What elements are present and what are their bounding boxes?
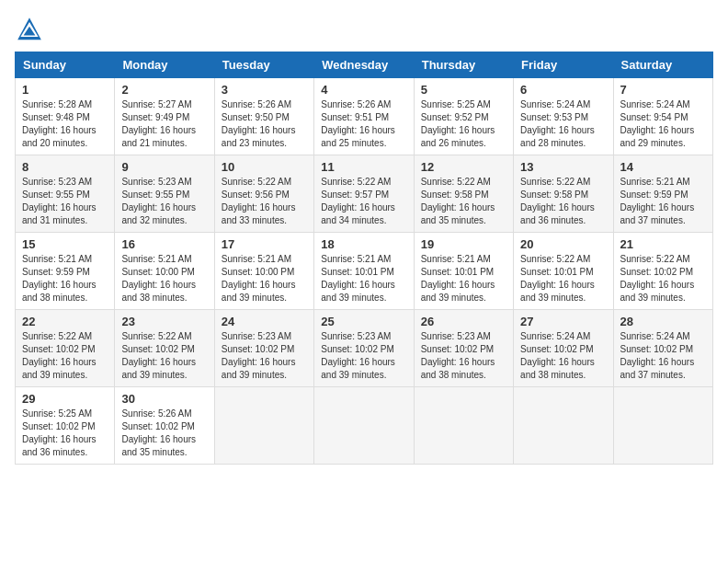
day-number: 1 [22,83,108,97]
day-info: Sunrise: 5:22 AMSunset: 10:02 PMDaylight… [22,330,108,382]
day-info: Sunrise: 5:24 AMSunset: 10:02 PMDaylight… [620,330,706,382]
header-friday: Friday [514,52,613,78]
day-info: Sunrise: 5:23 AMSunset: 10:02 PMDaylight… [321,330,406,382]
calendar-day-28: 28Sunrise: 5:24 AMSunset: 10:02 PMDaylig… [613,310,712,387]
calendar-day-27: 27Sunrise: 5:24 AMSunset: 10:02 PMDaylig… [514,310,613,387]
day-number: 13 [520,160,606,174]
calendar-body: 1Sunrise: 5:28 AMSunset: 9:48 PMDaylight… [16,78,713,465]
logo [15,15,48,44]
calendar-empty [514,387,613,465]
calendar-day-25: 25Sunrise: 5:23 AMSunset: 10:02 PMDaylig… [314,310,414,387]
day-number: 16 [121,237,207,251]
day-number: 18 [321,237,406,251]
calendar-day-20: 20Sunrise: 5:22 AMSunset: 10:01 PMDaylig… [514,233,613,310]
calendar-day-7: 7Sunrise: 5:24 AMSunset: 9:54 PMDaylight… [613,78,712,155]
header-thursday: Thursday [414,52,513,78]
day-number: 2 [121,83,207,97]
day-number: 22 [22,315,108,328]
day-info: Sunrise: 5:22 AMSunset: 9:58 PMDaylight:… [520,176,606,227]
calendar-day-3: 3Sunrise: 5:26 AMSunset: 9:50 PMDaylight… [214,78,313,155]
day-info: Sunrise: 5:26 AMSunset: 9:51 PMDaylight:… [321,98,406,150]
day-info: Sunrise: 5:22 AMSunset: 9:58 PMDaylight:… [421,176,506,227]
day-info: Sunrise: 5:22 AMSunset: 10:02 PMDaylight… [121,330,207,382]
day-number: 11 [321,160,406,174]
day-info: Sunrise: 5:26 AMSunset: 10:02 PMDaylight… [121,408,207,459]
day-number: 23 [121,315,207,328]
calendar-day-14: 14Sunrise: 5:21 AMSunset: 9:59 PMDayligh… [613,155,712,233]
calendar-week-4: 22Sunrise: 5:22 AMSunset: 10:02 PMDaylig… [16,310,713,387]
day-number: 7 [620,83,706,97]
calendar-week-1: 1Sunrise: 5:28 AMSunset: 9:48 PMDaylight… [16,78,713,155]
calendar-week-5: 29Sunrise: 5:25 AMSunset: 10:02 PMDaylig… [16,387,713,465]
calendar-empty [613,387,712,465]
calendar-day-21: 21Sunrise: 5:22 AMSunset: 10:02 PMDaylig… [613,233,712,310]
header-monday: Monday [115,52,214,78]
header-wednesday: Wednesday [314,52,414,78]
day-number: 14 [620,160,706,174]
day-number: 26 [421,315,506,328]
calendar-day-5: 5Sunrise: 5:25 AMSunset: 9:52 PMDaylight… [414,78,513,155]
day-number: 29 [22,392,108,406]
day-info: Sunrise: 5:25 AMSunset: 9:52 PMDaylight:… [421,98,506,150]
calendar-day-9: 9Sunrise: 5:23 AMSunset: 9:55 PMDaylight… [115,155,214,233]
calendar-day-22: 22Sunrise: 5:22 AMSunset: 10:02 PMDaylig… [16,310,115,387]
calendar-day-16: 16Sunrise: 5:21 AMSunset: 10:00 PMDaylig… [115,233,214,310]
day-number: 20 [520,237,606,251]
calendar-empty [314,387,414,465]
calendar-day-6: 6Sunrise: 5:24 AMSunset: 9:53 PMDaylight… [514,78,613,155]
day-info: Sunrise: 5:28 AMSunset: 9:48 PMDaylight:… [22,98,108,150]
calendar-day-10: 10Sunrise: 5:22 AMSunset: 9:56 PMDayligh… [214,155,313,233]
day-info: Sunrise: 5:25 AMSunset: 10:02 PMDaylight… [22,408,108,459]
day-number: 3 [222,83,307,97]
day-number: 21 [620,237,706,251]
calendar-header: SundayMondayTuesdayWednesdayThursdayFrid… [16,52,713,78]
day-number: 8 [22,160,108,174]
day-number: 12 [421,160,506,174]
day-number: 25 [321,315,406,328]
calendar-day-24: 24Sunrise: 5:23 AMSunset: 10:02 PMDaylig… [214,310,313,387]
calendar-day-13: 13Sunrise: 5:22 AMSunset: 9:58 PMDayligh… [514,155,613,233]
calendar-empty [414,387,513,465]
day-number: 17 [222,237,307,251]
calendar-table: SundayMondayTuesdayWednesdayThursdayFrid… [15,52,713,465]
calendar-day-12: 12Sunrise: 5:22 AMSunset: 9:58 PMDayligh… [414,155,513,233]
day-info: Sunrise: 5:21 AMSunset: 10:01 PMDaylight… [321,253,406,304]
day-info: Sunrise: 5:22 AMSunset: 9:57 PMDaylight:… [321,176,406,227]
day-number: 28 [620,315,706,328]
day-info: Sunrise: 5:21 AMSunset: 10:00 PMDaylight… [121,253,207,304]
calendar-header-row: SundayMondayTuesdayWednesdayThursdayFrid… [16,52,713,78]
day-info: Sunrise: 5:22 AMSunset: 10:01 PMDaylight… [520,253,606,304]
day-number: 6 [520,83,606,97]
calendar-empty [214,387,313,465]
day-info: Sunrise: 5:22 AMSunset: 10:02 PMDaylight… [620,253,706,304]
calendar-day-18: 18Sunrise: 5:21 AMSunset: 10:01 PMDaylig… [314,233,414,310]
day-info: Sunrise: 5:24 AMSunset: 10:02 PMDaylight… [520,330,606,382]
calendar-day-1: 1Sunrise: 5:28 AMSunset: 9:48 PMDaylight… [16,78,115,155]
page-header [15,15,713,44]
day-number: 19 [421,237,506,251]
day-info: Sunrise: 5:21 AMSunset: 9:59 PMDaylight:… [620,176,706,227]
day-info: Sunrise: 5:22 AMSunset: 9:56 PMDaylight:… [222,176,307,227]
calendar-day-15: 15Sunrise: 5:21 AMSunset: 9:59 PMDayligh… [16,233,115,310]
day-info: Sunrise: 5:23 AMSunset: 9:55 PMDaylight:… [22,176,108,227]
day-info: Sunrise: 5:24 AMSunset: 9:53 PMDaylight:… [520,98,606,150]
calendar-day-4: 4Sunrise: 5:26 AMSunset: 9:51 PMDaylight… [314,78,414,155]
header-saturday: Saturday [613,52,712,78]
day-info: Sunrise: 5:24 AMSunset: 9:54 PMDaylight:… [620,98,706,150]
logo-icon [15,15,44,44]
day-info: Sunrise: 5:23 AMSunset: 10:02 PMDaylight… [222,330,307,382]
calendar-day-17: 17Sunrise: 5:21 AMSunset: 10:00 PMDaylig… [214,233,313,310]
day-number: 4 [321,83,406,97]
day-info: Sunrise: 5:23 AMSunset: 9:55 PMDaylight:… [121,176,207,227]
calendar-day-23: 23Sunrise: 5:22 AMSunset: 10:02 PMDaylig… [115,310,214,387]
day-number: 9 [121,160,207,174]
day-number: 30 [121,392,207,406]
day-info: Sunrise: 5:21 AMSunset: 9:59 PMDaylight:… [22,253,108,304]
day-info: Sunrise: 5:21 AMSunset: 10:01 PMDaylight… [421,253,506,304]
calendar-day-11: 11Sunrise: 5:22 AMSunset: 9:57 PMDayligh… [314,155,414,233]
day-number: 5 [421,83,506,97]
calendar-day-2: 2Sunrise: 5:27 AMSunset: 9:49 PMDaylight… [115,78,214,155]
calendar-day-8: 8Sunrise: 5:23 AMSunset: 9:55 PMDaylight… [16,155,115,233]
day-number: 15 [22,237,108,251]
calendar-week-3: 15Sunrise: 5:21 AMSunset: 9:59 PMDayligh… [16,233,713,310]
